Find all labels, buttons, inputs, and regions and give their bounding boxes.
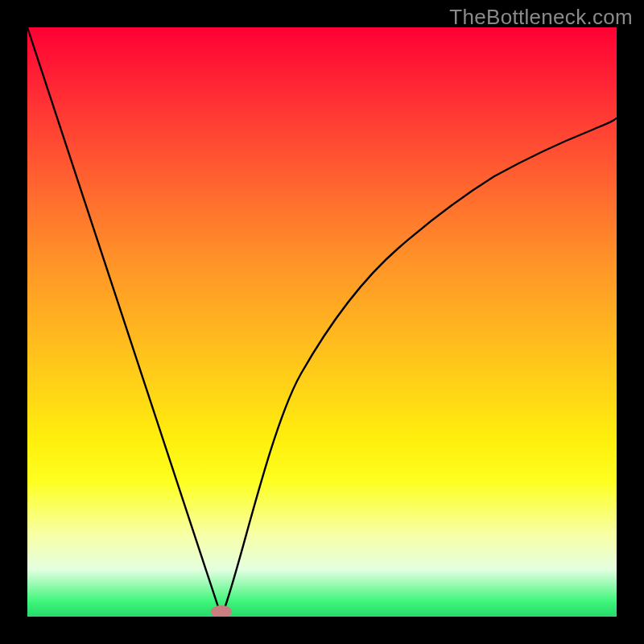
curve-svg <box>27 27 617 617</box>
plot-area <box>27 27 617 617</box>
bottleneck-curve-line <box>27 27 617 617</box>
optimum-marker <box>211 605 232 617</box>
chart-frame: TheBottleneck.com <box>0 0 644 644</box>
watermark-text: TheBottleneck.com <box>449 5 633 30</box>
